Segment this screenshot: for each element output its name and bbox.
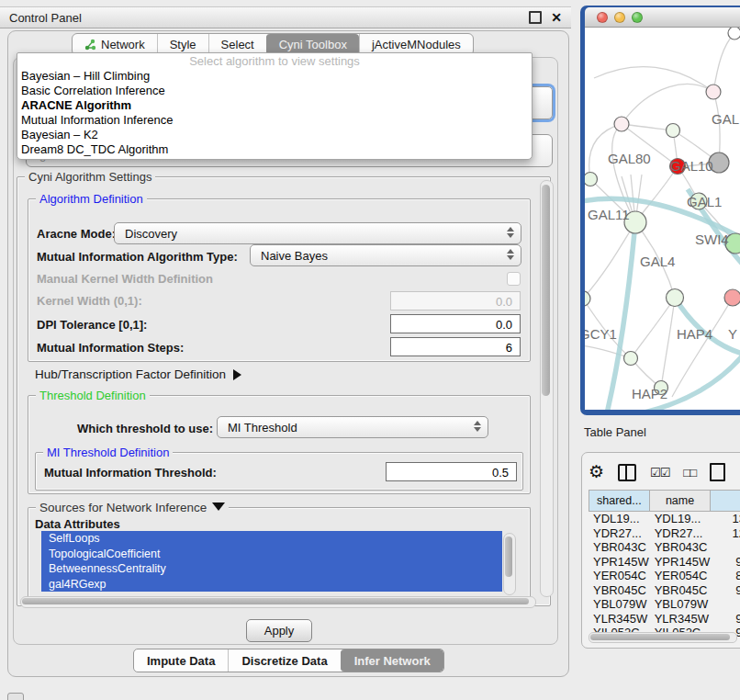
hub-definition-toggle[interactable]: Hub/Transcription Factor Definition bbox=[35, 367, 241, 381]
network-edge-thick[interactable] bbox=[607, 222, 635, 410]
checked-pair-icon[interactable]: ☑☑ bbox=[650, 466, 669, 480]
minimize-traffic-light-icon[interactable] bbox=[614, 12, 625, 23]
table-row[interactable]: YDR27...YDR27...12 bbox=[589, 526, 740, 541]
which-threshold-combo[interactable]: MI Threshold bbox=[217, 416, 488, 438]
algorithm-option[interactable]: Dream8 DC_TDC Algorithm bbox=[17, 142, 532, 157]
algorithm-option[interactable]: ARACNE Algorithm bbox=[17, 98, 532, 113]
table-column-header[interactable] bbox=[711, 490, 740, 512]
unchecked-pair-icon[interactable]: □□ bbox=[683, 466, 696, 480]
collapsed-panel-chip[interactable] bbox=[7, 693, 24, 700]
table-cell[interactable]: YBR045C bbox=[589, 583, 650, 598]
table-cell[interactable]: YER054C bbox=[589, 569, 650, 583]
float-window-icon[interactable] bbox=[529, 11, 542, 24]
network-edge[interactable] bbox=[661, 298, 675, 388]
aracne-mode-combo[interactable]: Discovery bbox=[114, 222, 521, 244]
table-horizontal-scrollbar-thumb[interactable] bbox=[590, 634, 730, 640]
table-cell[interactable]: YBR045C bbox=[650, 583, 712, 598]
algorithm-option[interactable]: Mutual Information Inference bbox=[17, 113, 532, 128]
table-cell[interactable]: YER054C bbox=[650, 569, 712, 583]
document-icon[interactable] bbox=[710, 463, 725, 481]
network-edge[interactable] bbox=[594, 67, 713, 92]
table-cell[interactable]: YDL19... bbox=[650, 512, 712, 526]
table-cell[interactable]: YLR345W bbox=[650, 612, 712, 627]
network-edge[interactable] bbox=[631, 298, 675, 358]
network-window-titlebar[interactable] bbox=[585, 7, 740, 28]
settings-horizontal-scrollbar[interactable] bbox=[20, 596, 536, 608]
table-row[interactable]: YLR345WYLR345W9. bbox=[589, 612, 740, 627]
mi-steps-input[interactable]: 6 bbox=[390, 337, 521, 356]
table-cell[interactable]: YDL19... bbox=[589, 512, 650, 526]
algorithm-option[interactable]: Bayesian – K2 bbox=[17, 128, 532, 142]
bottom-tab-infer-network[interactable]: Infer Network bbox=[341, 649, 443, 672]
table-cell[interactable]: YBR043C bbox=[650, 540, 712, 555]
table-row[interactable]: YBR045CYBR045C9. bbox=[589, 583, 740, 598]
kernel-width-input[interactable]: 0.0 bbox=[390, 291, 521, 310]
mi-threshold-input[interactable]: 0.5 bbox=[386, 462, 517, 481]
network-canvas[interactable]: GALGAL80GAL10GAL1GAL11SWI4GAL4GCY1HAP4YH… bbox=[585, 28, 740, 410]
table-cell[interactable]: YBL079W bbox=[650, 597, 712, 612]
network-node-GAL10[interactable] bbox=[667, 124, 680, 138]
table-row[interactable]: YER054CYER054C8. bbox=[589, 569, 740, 583]
table-row[interactable]: YDL19...YDL19...13 bbox=[589, 512, 740, 526]
settings-vertical-scrollbar-thumb[interactable] bbox=[542, 185, 550, 396]
manual-kernel-width-checkbox[interactable] bbox=[507, 272, 521, 286]
network-node-GAL80[interactable] bbox=[614, 117, 629, 131]
attributes-scrollbar-thumb[interactable] bbox=[505, 536, 512, 577]
settings-vertical-scrollbar[interactable] bbox=[540, 180, 554, 597]
table-cell[interactable]: 9. bbox=[711, 583, 740, 598]
table-horizontal-scrollbar[interactable] bbox=[589, 632, 737, 643]
collapse-down-icon bbox=[212, 502, 225, 511]
network-node-GAL11[interactable] bbox=[585, 173, 598, 186]
algorithm-option[interactable]: Bayesian – Hill Climbing bbox=[17, 69, 532, 84]
table-cell[interactable]: 9. bbox=[711, 612, 740, 627]
close-icon[interactable]: ✕ bbox=[551, 13, 562, 22]
network-node-top-partial[interactable] bbox=[728, 28, 740, 40]
table-column-header[interactable]: name bbox=[650, 490, 712, 512]
network-node-pink-top[interactable] bbox=[706, 85, 721, 99]
gear-icon[interactable]: ⚙ bbox=[589, 463, 604, 481]
data-attribute-item[interactable]: BetweennessCentrality bbox=[41, 561, 502, 577]
dpi-tolerance-input[interactable]: 0.0 bbox=[390, 314, 521, 333]
table-cell[interactable]: 12 bbox=[711, 526, 740, 541]
table-cell[interactable]: 8. bbox=[711, 569, 740, 583]
data-attribute-item[interactable]: SelfLoops bbox=[41, 531, 502, 547]
table-cell[interactable]: 13 bbox=[711, 512, 740, 526]
data-attribute-item[interactable]: gal4RGexp bbox=[41, 577, 502, 593]
sources-title[interactable]: Sources for Network Inference bbox=[36, 501, 229, 514]
table-cell[interactable]: YBL079W bbox=[589, 597, 650, 612]
table-cell[interactable]: YLR345W bbox=[589, 612, 650, 627]
apply-button[interactable]: Apply bbox=[246, 619, 312, 642]
table-cell[interactable]: YDR27... bbox=[589, 526, 650, 541]
mi-type-combo[interactable]: Naive Bayes bbox=[250, 244, 521, 266]
algorithm-option[interactable]: Basic Correlation Inference bbox=[17, 84, 532, 98]
close-traffic-light-icon[interactable] bbox=[597, 12, 608, 23]
table-row[interactable]: YBR043CYBR043C bbox=[589, 540, 740, 555]
table-cell[interactable]: 9. bbox=[711, 555, 740, 570]
network-node-HAP2[interactable] bbox=[624, 352, 638, 366]
network-edge[interactable] bbox=[622, 84, 713, 124]
settings-horizontal-scrollbar-thumb[interactable] bbox=[22, 598, 529, 604]
table-row[interactable]: YBL079WYBL079W bbox=[589, 597, 740, 612]
stepper-icon bbox=[474, 421, 481, 432]
table-column-header[interactable]: shared... bbox=[589, 490, 650, 512]
table-cell[interactable]: YPR145W bbox=[589, 555, 650, 570]
network-node-salmon-node[interactable] bbox=[724, 289, 740, 306]
network-edge[interactable] bbox=[713, 33, 734, 92]
table-cell[interactable] bbox=[711, 597, 740, 612]
table-cell[interactable]: YPR145W bbox=[650, 555, 712, 570]
network-node-GCY1-green[interactable] bbox=[585, 291, 590, 306]
network-node-HAP4[interactable] bbox=[667, 289, 684, 307]
mi-steps-label: Mutual Information Steps: bbox=[37, 341, 184, 355]
network-node-label: GAL4 bbox=[640, 254, 675, 269]
data-attribute-item[interactable]: TopologicalCoefficient bbox=[41, 547, 502, 562]
zoom-traffic-light-icon[interactable] bbox=[632, 12, 643, 23]
network-node-label: GAL11 bbox=[588, 207, 630, 222]
split-columns-icon[interactable] bbox=[618, 464, 636, 481]
table-row[interactable]: YPR145WYPR145W9. bbox=[589, 555, 740, 570]
attributes-scrollbar[interactable] bbox=[503, 533, 516, 595]
table-cell[interactable]: YDR27... bbox=[650, 526, 712, 541]
bottom-tab-impute-data[interactable]: Impute Data bbox=[134, 649, 228, 672]
table-cell[interactable]: YBR043C bbox=[589, 540, 650, 555]
table-cell[interactable] bbox=[711, 540, 740, 555]
bottom-tab-discretize-data[interactable]: Discretize Data bbox=[228, 649, 340, 672]
